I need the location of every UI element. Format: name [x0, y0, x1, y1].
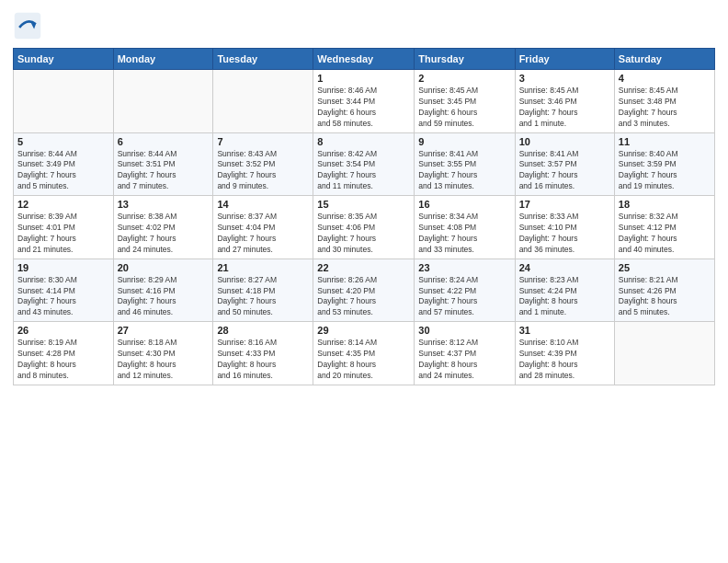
calendar-cell	[113, 70, 213, 133]
calendar-cell: 29Sunrise: 8:14 AM Sunset: 4:35 PM Dayli…	[313, 322, 415, 385]
day-info: Sunrise: 8:10 AM Sunset: 4:39 PM Dayligh…	[519, 338, 610, 382]
day-number: 28	[217, 325, 309, 336]
calendar-cell: 31Sunrise: 8:10 AM Sunset: 4:39 PM Dayli…	[515, 322, 614, 385]
calendar-cell: 11Sunrise: 8:40 AM Sunset: 3:59 PM Dayli…	[614, 132, 714, 196]
calendar-cell: 3Sunrise: 8:45 AM Sunset: 3:46 PM Daylig…	[515, 70, 614, 133]
day-info: Sunrise: 8:40 AM Sunset: 3:59 PM Dayligh…	[619, 149, 711, 193]
header	[13, 11, 715, 40]
calendar-cell: 4Sunrise: 8:45 AM Sunset: 3:48 PM Daylig…	[614, 70, 714, 133]
day-number: 8	[317, 136, 410, 147]
calendar-week-3: 12Sunrise: 8:39 AM Sunset: 4:01 PM Dayli…	[14, 196, 715, 259]
calendar-table: SundayMondayTuesdayWednesdayThursdayFrid…	[13, 48, 715, 385]
day-info: Sunrise: 8:41 AM Sunset: 3:57 PM Dayligh…	[519, 149, 610, 193]
day-number: 4	[619, 73, 711, 84]
calendar-week-1: 1Sunrise: 8:46 AM Sunset: 3:44 PM Daylig…	[14, 70, 715, 133]
day-number: 30	[418, 325, 510, 336]
calendar-header-row: SundayMondayTuesdayWednesdayThursdayFrid…	[14, 49, 715, 70]
column-header-tuesday: Tuesday	[213, 49, 313, 70]
calendar-cell	[213, 70, 313, 133]
calendar-cell: 21Sunrise: 8:27 AM Sunset: 4:18 PM Dayli…	[213, 259, 313, 322]
calendar-cell: 23Sunrise: 8:24 AM Sunset: 4:22 PM Dayli…	[415, 259, 515, 322]
calendar-cell: 6Sunrise: 8:44 AM Sunset: 3:51 PM Daylig…	[113, 132, 213, 196]
day-info: Sunrise: 8:37 AM Sunset: 4:04 PM Dayligh…	[217, 212, 309, 256]
day-number: 16	[418, 199, 510, 210]
calendar-cell: 8Sunrise: 8:42 AM Sunset: 3:54 PM Daylig…	[313, 132, 415, 196]
day-info: Sunrise: 8:34 AM Sunset: 4:08 PM Dayligh…	[418, 212, 510, 256]
day-number: 22	[317, 262, 410, 273]
day-info: Sunrise: 8:41 AM Sunset: 3:55 PM Dayligh…	[418, 149, 510, 193]
day-info: Sunrise: 8:24 AM Sunset: 4:22 PM Dayligh…	[418, 275, 510, 319]
calendar-cell: 28Sunrise: 8:16 AM Sunset: 4:33 PM Dayli…	[213, 322, 313, 385]
day-number: 24	[519, 262, 610, 273]
calendar-week-2: 5Sunrise: 8:44 AM Sunset: 3:49 PM Daylig…	[14, 132, 715, 196]
day-number: 9	[418, 136, 510, 147]
day-info: Sunrise: 8:16 AM Sunset: 4:33 PM Dayligh…	[217, 338, 309, 382]
day-info: Sunrise: 8:33 AM Sunset: 4:10 PM Dayligh…	[519, 212, 610, 256]
calendar-cell: 20Sunrise: 8:29 AM Sunset: 4:16 PM Dayli…	[113, 259, 213, 322]
calendar-cell: 27Sunrise: 8:18 AM Sunset: 4:30 PM Dayli…	[113, 322, 213, 385]
day-number: 5	[17, 136, 109, 147]
day-info: Sunrise: 8:44 AM Sunset: 3:49 PM Dayligh…	[17, 149, 109, 193]
calendar-cell: 30Sunrise: 8:12 AM Sunset: 4:37 PM Dayli…	[415, 322, 515, 385]
day-number: 6	[118, 136, 210, 147]
day-info: Sunrise: 8:44 AM Sunset: 3:51 PM Dayligh…	[118, 149, 210, 193]
day-number: 12	[17, 199, 109, 210]
day-info: Sunrise: 8:29 AM Sunset: 4:16 PM Dayligh…	[118, 275, 210, 319]
day-number: 20	[118, 262, 210, 273]
calendar-cell: 16Sunrise: 8:34 AM Sunset: 4:08 PM Dayli…	[415, 196, 515, 259]
calendar-cell: 14Sunrise: 8:37 AM Sunset: 4:04 PM Dayli…	[213, 196, 313, 259]
column-header-monday: Monday	[113, 49, 213, 70]
calendar-cell: 17Sunrise: 8:33 AM Sunset: 4:10 PM Dayli…	[515, 196, 614, 259]
day-number: 31	[519, 325, 610, 336]
calendar-cell: 9Sunrise: 8:41 AM Sunset: 3:55 PM Daylig…	[415, 132, 515, 196]
logo-icon	[13, 11, 42, 40]
calendar-cell: 19Sunrise: 8:30 AM Sunset: 4:14 PM Dayli…	[14, 259, 114, 322]
day-number: 25	[619, 262, 711, 273]
calendar-cell: 15Sunrise: 8:35 AM Sunset: 4:06 PM Dayli…	[313, 196, 415, 259]
day-info: Sunrise: 8:39 AM Sunset: 4:01 PM Dayligh…	[17, 212, 109, 256]
logo	[13, 11, 46, 40]
day-number: 14	[217, 199, 309, 210]
day-info: Sunrise: 8:19 AM Sunset: 4:28 PM Dayligh…	[17, 338, 109, 382]
day-number: 1	[317, 73, 410, 84]
day-info: Sunrise: 8:12 AM Sunset: 4:37 PM Dayligh…	[418, 338, 510, 382]
day-info: Sunrise: 8:46 AM Sunset: 3:44 PM Dayligh…	[317, 86, 410, 130]
column-header-thursday: Thursday	[415, 49, 515, 70]
svg-rect-0	[15, 13, 40, 39]
day-number: 21	[217, 262, 309, 273]
day-number: 26	[17, 325, 109, 336]
calendar-cell: 25Sunrise: 8:21 AM Sunset: 4:26 PM Dayli…	[614, 259, 714, 322]
day-info: Sunrise: 8:23 AM Sunset: 4:24 PM Dayligh…	[519, 275, 610, 319]
calendar-cell: 18Sunrise: 8:32 AM Sunset: 4:12 PM Dayli…	[614, 196, 714, 259]
day-info: Sunrise: 8:32 AM Sunset: 4:12 PM Dayligh…	[619, 212, 711, 256]
calendar-cell: 13Sunrise: 8:38 AM Sunset: 4:02 PM Dayli…	[113, 196, 213, 259]
column-header-sunday: Sunday	[14, 49, 114, 70]
day-number: 18	[619, 199, 711, 210]
day-info: Sunrise: 8:26 AM Sunset: 4:20 PM Dayligh…	[317, 275, 410, 319]
day-number: 17	[519, 199, 610, 210]
day-info: Sunrise: 8:14 AM Sunset: 4:35 PM Dayligh…	[317, 338, 410, 382]
day-info: Sunrise: 8:35 AM Sunset: 4:06 PM Dayligh…	[317, 212, 410, 256]
day-number: 19	[17, 262, 109, 273]
calendar-week-5: 26Sunrise: 8:19 AM Sunset: 4:28 PM Dayli…	[14, 322, 715, 385]
day-number: 13	[118, 199, 210, 210]
calendar-cell	[14, 70, 114, 133]
day-number: 29	[317, 325, 410, 336]
calendar-cell: 24Sunrise: 8:23 AM Sunset: 4:24 PM Dayli…	[515, 259, 614, 322]
day-number: 2	[418, 73, 510, 84]
calendar-cell: 1Sunrise: 8:46 AM Sunset: 3:44 PM Daylig…	[313, 70, 415, 133]
day-number: 23	[418, 262, 510, 273]
calendar-cell: 10Sunrise: 8:41 AM Sunset: 3:57 PM Dayli…	[515, 132, 614, 196]
day-info: Sunrise: 8:43 AM Sunset: 3:52 PM Dayligh…	[217, 149, 309, 193]
calendar-cell: 22Sunrise: 8:26 AM Sunset: 4:20 PM Dayli…	[313, 259, 415, 322]
day-number: 7	[217, 136, 309, 147]
day-info: Sunrise: 8:42 AM Sunset: 3:54 PM Dayligh…	[317, 149, 410, 193]
day-number: 27	[118, 325, 210, 336]
calendar-cell: 26Sunrise: 8:19 AM Sunset: 4:28 PM Dayli…	[14, 322, 114, 385]
day-info: Sunrise: 8:18 AM Sunset: 4:30 PM Dayligh…	[118, 338, 210, 382]
day-number: 10	[519, 136, 610, 147]
day-number: 15	[317, 199, 410, 210]
page: SundayMondayTuesdayWednesdayThursdayFrid…	[0, 0, 728, 563]
day-info: Sunrise: 8:45 AM Sunset: 3:45 PM Dayligh…	[418, 86, 510, 130]
day-number: 11	[619, 136, 711, 147]
